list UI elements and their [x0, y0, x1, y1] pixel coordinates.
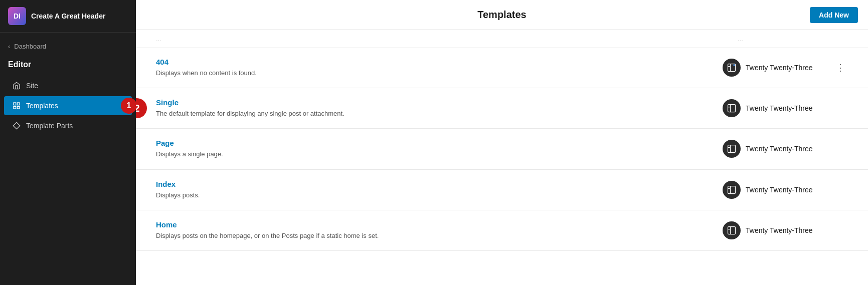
- svg-rect-10: [728, 226, 736, 234]
- more-options-icon-404[interactable]: ⋮: [834, 60, 847, 75]
- template-name-home[interactable]: Home: [156, 220, 177, 229]
- table-row: Page Displays a single page. Twenty Twen…: [136, 129, 868, 169]
- template-theme-single: Twenty Twenty-Three: [723, 99, 833, 117]
- sidebar-item-template-parts[interactable]: Template Parts: [4, 116, 132, 135]
- theme-icon-index: [723, 181, 741, 199]
- svg-rect-8: [728, 145, 736, 153]
- editor-section-label: Editor: [0, 58, 136, 75]
- template-desc-single: The default template for displaying any …: [156, 109, 723, 118]
- step-badge-2: 2: [136, 98, 147, 118]
- template-desc-home: Displays posts on the homepage, or on th…: [156, 231, 723, 240]
- back-label: Dashboard: [14, 43, 46, 50]
- sidebar-item-label-templates: Templates: [26, 102, 58, 110]
- svg-rect-7: [728, 105, 736, 112]
- template-actions-404: ⋮: [833, 60, 848, 75]
- template-desc-404: Displays when no content is found.: [156, 69, 723, 78]
- theme-icon-page: [723, 140, 741, 158]
- svg-marker-4: [13, 122, 20, 129]
- svg-rect-2: [17, 106, 20, 109]
- svg-rect-3: [14, 106, 16, 109]
- sidebar-item-label-template-parts: Template Parts: [26, 122, 73, 130]
- page-title: Templates: [477, 9, 526, 21]
- home-icon: [12, 81, 21, 90]
- sidebar-title: Create A Great Header: [31, 12, 105, 21]
- content-area: ... ... 404 Displays when no content is …: [136, 30, 868, 285]
- theme-name-single: Twenty Twenty-Three: [746, 104, 813, 112]
- sidebar-nav: ‹ Dashboard Editor Site: [0, 33, 136, 142]
- sidebar-item-site[interactable]: Site: [4, 76, 132, 95]
- add-new-button[interactable]: Add New: [810, 7, 858, 23]
- templates-icon: [12, 101, 21, 110]
- template-theme-404: Twenty Twenty-Three: [723, 59, 833, 77]
- table-row: Index Displays posts. Twenty Twenty-Thre…: [136, 170, 868, 210]
- theme-name-404: Twenty Twenty-Three: [746, 64, 813, 72]
- template-name-index[interactable]: Index: [156, 180, 176, 188]
- theme-name-index: Twenty Twenty-Three: [746, 186, 813, 194]
- template-theme-index: Twenty Twenty-Three: [723, 181, 833, 199]
- templates-badge: 1: [121, 98, 137, 114]
- sidebar: DI Create A Great Header ‹ Dashboard Edi…: [0, 0, 136, 285]
- chevron-left-icon: ‹: [8, 43, 10, 50]
- template-name-404[interactable]: 404: [156, 58, 168, 66]
- svg-rect-0: [14, 103, 16, 105]
- theme-icon-404: [723, 59, 741, 77]
- template-name-page[interactable]: Page: [156, 139, 174, 147]
- template-theme-home: Twenty Twenty-Three: [723, 221, 833, 239]
- template-list: ... ... 404 Displays when no content is …: [136, 30, 868, 251]
- diamond-icon: [12, 121, 21, 130]
- main-content: Templates Add New ... ... 404 Displays w…: [136, 0, 868, 285]
- app-logo: DI: [8, 7, 26, 25]
- template-theme-page: Twenty Twenty-Three: [723, 140, 833, 158]
- table-row: 404 Displays when no content is found. T…: [136, 48, 868, 88]
- theme-icon-home: [723, 221, 741, 239]
- template-desc-index: Displays posts.: [156, 191, 723, 200]
- sidebar-item-label-site: Site: [26, 82, 38, 90]
- table-row: 2 Single The default template for displa…: [136, 88, 868, 129]
- table-row: Home Displays posts on the homepage, or …: [136, 210, 868, 251]
- svg-rect-9: [728, 186, 736, 193]
- dashboard-back-button[interactable]: ‹ Dashboard: [0, 39, 136, 54]
- theme-name-home: Twenty Twenty-Three: [746, 226, 813, 234]
- table-row: ... ...: [136, 30, 868, 48]
- svg-point-6: [733, 64, 735, 66]
- template-name-single[interactable]: Single: [156, 98, 179, 107]
- sidebar-header: DI Create A Great Header: [0, 0, 136, 33]
- svg-rect-1: [17, 103, 20, 105]
- template-desc-page: Displays a single page.: [156, 150, 723, 159]
- theme-icon-single: [723, 99, 741, 117]
- theme-name-page: Twenty Twenty-Three: [746, 145, 813, 153]
- sidebar-item-templates[interactable]: Templates 1: [4, 96, 132, 115]
- top-bar: Templates Add New: [136, 0, 868, 30]
